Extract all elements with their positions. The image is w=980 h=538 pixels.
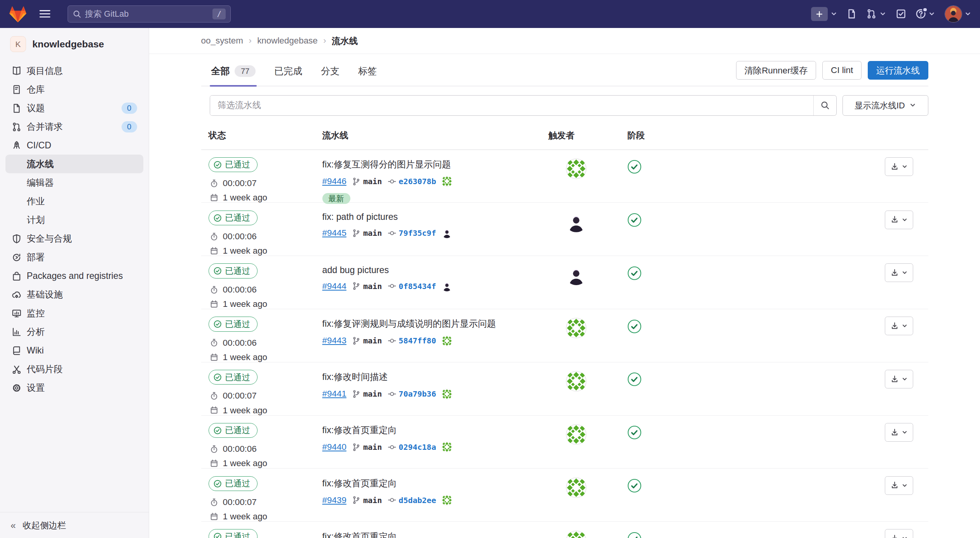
stage-status-icon[interactable]: [627, 213, 642, 227]
new-menu-button[interactable]: [811, 7, 837, 21]
commit-title-link[interactable]: fix:修改首页重定向: [315, 476, 541, 489]
sidebar-item-pipelines[interactable]: 流水线: [5, 155, 143, 173]
tab-all[interactable]: 全部 77: [210, 65, 257, 86]
stage-status-icon[interactable]: [627, 425, 642, 440]
download-artifacts-button[interactable]: [885, 476, 914, 495]
breadcrumb-group-link[interactable]: oo_system: [201, 36, 243, 46]
stage-status-icon[interactable]: [627, 266, 642, 280]
stage-status-icon[interactable]: [627, 372, 642, 387]
status-badge[interactable]: 已通过: [209, 476, 258, 491]
commit-sha-link[interactable]: 5847ff80: [388, 336, 436, 345]
sidebar-item-analytics[interactable]: 分析: [5, 322, 143, 341]
tab-tags[interactable]: 标签: [357, 65, 378, 86]
tab-branches[interactable]: 分支: [320, 65, 341, 86]
global-search-input[interactable]: [85, 9, 209, 19]
commit-sha-link[interactable]: 0294c18a: [388, 442, 436, 452]
commit-sha-link[interactable]: 79f35c9f: [388, 228, 436, 238]
stage-status-icon[interactable]: [627, 479, 642, 493]
branch-ref-link[interactable]: main: [352, 442, 382, 452]
commit-title-link[interactable]: fix:修复互测得分的图片显示问题: [315, 157, 541, 171]
sidebar-item-security[interactable]: 安全与合规: [5, 229, 143, 248]
status-badge[interactable]: 已通过: [209, 529, 258, 538]
commit-sha-link[interactable]: 0f85434f: [388, 282, 436, 291]
triggerer-avatar[interactable]: [566, 158, 587, 179]
commit-title-link[interactable]: fix:修改首页重定向: [315, 423, 541, 436]
commit-title-link[interactable]: fix:修复评测规则与成绩说明的图片显示问题: [315, 317, 541, 330]
sidebar-item-project-info[interactable]: 项目信息: [5, 61, 143, 80]
status-badge[interactable]: 已通过: [209, 211, 258, 225]
commit-title-link[interactable]: fix: path of pictures: [315, 211, 541, 222]
download-artifacts-button[interactable]: [885, 423, 914, 442]
branch-ref-link[interactable]: main: [352, 496, 382, 505]
branch-ref-link[interactable]: main: [352, 389, 382, 399]
commit-author-avatar[interactable]: [442, 336, 452, 346]
branch-ref-link[interactable]: main: [352, 177, 382, 186]
pipeline-id-link[interactable]: #9439: [322, 495, 346, 505]
triggerer-avatar[interactable]: [566, 265, 587, 286]
sidebar-item-editor[interactable]: 编辑器: [5, 173, 143, 192]
pipeline-id-link[interactable]: #9441: [322, 389, 346, 399]
merge-requests-menu-button[interactable]: [866, 9, 886, 19]
download-artifacts-button[interactable]: [885, 211, 914, 229]
triggerer-avatar[interactable]: [566, 424, 587, 445]
sidebar-item-monitor[interactable]: 监控: [5, 304, 143, 322]
commit-author-avatar[interactable]: [442, 281, 452, 291]
download-artifacts-button[interactable]: [885, 370, 914, 388]
pipeline-id-link[interactable]: #9445: [322, 228, 346, 238]
status-badge[interactable]: 已通过: [209, 157, 258, 172]
project-header[interactable]: K knowledgebase: [0, 28, 149, 58]
download-artifacts-button[interactable]: [885, 263, 914, 282]
commit-title-link[interactable]: add bug pictures: [315, 263, 541, 275]
help-menu-button[interactable]: [916, 9, 935, 19]
ci-lint-button[interactable]: CI lint: [822, 61, 862, 80]
sidebar-item-infrastructure[interactable]: 基础设施: [5, 285, 143, 304]
show-pipeline-id-dropdown[interactable]: 显示流水线ID: [842, 95, 928, 116]
status-badge[interactable]: 已通过: [209, 317, 258, 331]
collapse-sidebar-button[interactable]: « 收起侧边栏: [0, 512, 149, 538]
commit-author-avatar[interactable]: [442, 228, 452, 238]
issues-icon[interactable]: [846, 9, 857, 19]
user-menu-button[interactable]: [945, 5, 971, 23]
download-artifacts-button[interactable]: [885, 529, 914, 538]
gitlab-logo-icon[interactable]: [9, 5, 27, 23]
run-pipeline-button[interactable]: 运行流水线: [868, 61, 928, 80]
branch-ref-link[interactable]: main: [352, 336, 382, 345]
commit-title-link[interactable]: fix:修改首页重定向: [315, 529, 541, 538]
clear-runner-cache-button[interactable]: 清除Runner缓存: [736, 61, 816, 80]
pipeline-id-link[interactable]: #9443: [322, 336, 346, 346]
stage-status-icon[interactable]: [627, 319, 642, 334]
status-badge[interactable]: 已通过: [209, 370, 258, 385]
menu-icon[interactable]: [38, 7, 52, 21]
commit-author-avatar[interactable]: [442, 442, 452, 452]
triggerer-avatar[interactable]: [566, 531, 587, 538]
commit-author-avatar[interactable]: [442, 495, 452, 505]
commit-author-avatar[interactable]: [442, 389, 452, 399]
triggerer-avatar[interactable]: [566, 477, 587, 498]
sidebar-item-jobs[interactable]: 作业: [5, 192, 143, 211]
stage-status-icon[interactable]: [627, 532, 642, 538]
commit-title-link[interactable]: fix:修改时间描述: [315, 370, 541, 383]
status-badge[interactable]: 已通过: [209, 423, 258, 438]
filter-search-button[interactable]: [813, 96, 836, 115]
stage-status-icon[interactable]: [627, 160, 642, 174]
sidebar-item-wiki[interactable]: Wiki: [5, 341, 143, 360]
download-artifacts-button[interactable]: [885, 157, 914, 176]
commit-sha-link[interactable]: d5dab2ee: [388, 496, 436, 505]
commit-author-avatar[interactable]: [442, 176, 452, 186]
sidebar-item-settings[interactable]: 设置: [5, 378, 143, 397]
pipeline-id-link[interactable]: #9440: [322, 442, 346, 452]
pipeline-id-link[interactable]: #9444: [322, 281, 346, 291]
status-badge[interactable]: 已通过: [209, 263, 258, 278]
pipelines-filter-input[interactable]: [210, 96, 813, 115]
sidebar-item-packages[interactable]: Packages and registries: [5, 266, 143, 285]
sidebar-item-issues[interactable]: 议题 0: [5, 99, 143, 117]
breadcrumb-project-link[interactable]: knowledgebase: [257, 36, 318, 46]
sidebar-item-deployments[interactable]: 部署: [5, 248, 143, 266]
triggerer-avatar[interactable]: [566, 212, 587, 232]
sidebar-item-merge-requests[interactable]: 合并请求 0: [5, 117, 143, 136]
sidebar-item-snippets[interactable]: 代码片段: [5, 360, 143, 378]
global-search-box[interactable]: /: [68, 5, 230, 22]
commit-sha-link[interactable]: e263078b: [388, 177, 436, 186]
branch-ref-link[interactable]: main: [352, 282, 382, 291]
download-artifacts-button[interactable]: [885, 317, 914, 335]
